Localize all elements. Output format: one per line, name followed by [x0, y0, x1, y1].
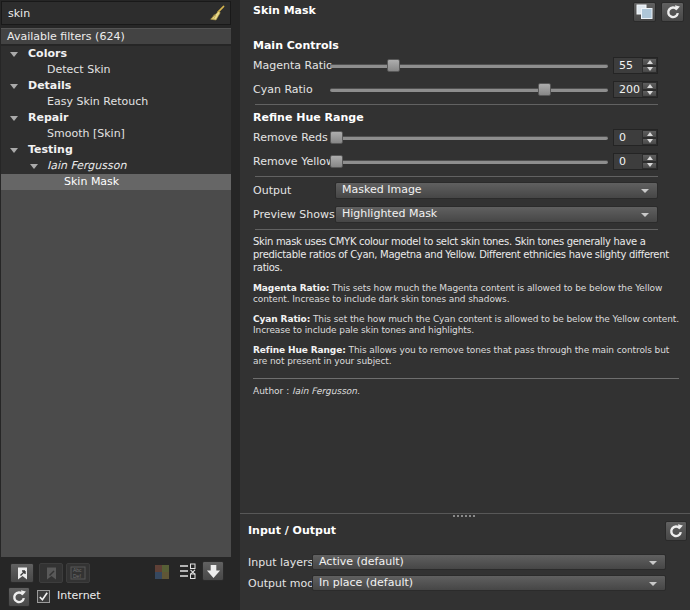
spin-down-button[interactable]: [642, 90, 657, 98]
tree-item-label: Details: [28, 78, 71, 94]
slider-track[interactable]: [330, 88, 608, 92]
spin-up-button[interactable]: [642, 82, 657, 90]
filter-settings-panel: Skin Mask Main Controls Magenta Ratio 55…: [240, 0, 690, 610]
slider-handle[interactable]: [330, 155, 343, 168]
cyan-ratio-spinbox[interactable]: 200: [613, 81, 658, 98]
expander-icon[interactable]: [30, 164, 38, 169]
slider-handle[interactable]: [387, 59, 400, 72]
bookmark-remove-icon: [44, 566, 59, 581]
description-note: Refine Hue Range: This allows you to rem…: [253, 345, 679, 367]
spinbox-value[interactable]: 0: [619, 130, 626, 145]
preview-shows-dropdown[interactable]: Highlighted Mask: [335, 206, 658, 223]
input-layers-dropdown[interactable]: Active (default): [312, 554, 666, 570]
filter-tree-rows: Colors Detect Skin Details Easy Skin Ret…: [1, 46, 231, 190]
output-mode-dropdown[interactable]: In place (default): [312, 575, 666, 591]
reset-filter-button[interactable]: [661, 2, 684, 22]
remove-reds-spinbox[interactable]: 0: [613, 129, 658, 146]
chevron-down-icon: [641, 189, 649, 193]
description-note: Magenta Ratio: This sets how much the Ma…: [253, 283, 679, 305]
tree-item-smooth-skin[interactable]: Smooth [Skin]: [1, 126, 231, 142]
gmic-filter-window: Available filters (624) Colors Detect Sk…: [0, 0, 690, 610]
slider-handle[interactable]: [330, 131, 343, 144]
splitter-grip-icon: [453, 515, 477, 517]
spin-down-icon: [647, 91, 653, 95]
slider-handle[interactable]: [538, 83, 551, 96]
spin-up-button[interactable]: [642, 154, 657, 162]
spinbox-value[interactable]: 200: [619, 82, 640, 97]
palette-icon: [154, 564, 170, 580]
cyan-ratio-label: Cyan Ratio: [253, 82, 313, 98]
description-intro: Skin mask uses CMYK colour model to selc…: [253, 235, 679, 274]
copy-icon: [636, 4, 653, 20]
broom-clear-icon[interactable]: [208, 5, 225, 22]
expander-icon[interactable]: [10, 84, 18, 89]
spinbox-value[interactable]: 55: [619, 58, 633, 73]
cyan-ratio-slider[interactable]: [330, 83, 608, 96]
internet-checkbox[interactable]: [37, 590, 50, 603]
output-dropdown[interactable]: Masked Image: [335, 182, 658, 199]
search-box: [1, 1, 231, 25]
note-term: Refine Hue Range:: [253, 345, 346, 355]
note-term: Cyan Ratio:: [253, 314, 310, 324]
filter-tree: Colors Detect Skin Details Easy Skin Ret…: [1, 46, 231, 557]
spinbox-value[interactable]: 0: [619, 154, 626, 169]
spin-down-icon: [647, 67, 653, 71]
tree-item-repair[interactable]: Repair: [1, 110, 231, 126]
bookmark-add-icon: [15, 566, 30, 581]
dropdown-value: In place (default): [319, 576, 413, 589]
tree-item-iain-fergusson[interactable]: Iain Fergusson: [1, 158, 231, 174]
spin-down-button[interactable]: [642, 138, 657, 146]
spin-down-button[interactable]: [642, 66, 657, 74]
internet-label: Internet: [57, 589, 101, 602]
copy-command-button[interactable]: [633, 2, 656, 22]
slider-track[interactable]: [330, 160, 608, 164]
spin-up-button[interactable]: [642, 58, 657, 66]
spin-down-button[interactable]: [642, 162, 657, 170]
reset-io-button[interactable]: [665, 521, 687, 541]
remove-yellows-spinbox[interactable]: 0: [613, 153, 658, 170]
output-mode-label: Output mode: [248, 576, 321, 592]
search-input[interactable]: [2, 2, 208, 24]
tree-item-detect-skin[interactable]: Detect Skin: [1, 62, 231, 78]
spin-up-icon: [647, 84, 653, 88]
refresh-filters-button[interactable]: [8, 587, 30, 607]
tree-item-label: Detect Skin: [47, 62, 111, 78]
spin-down-icon: [647, 163, 653, 167]
expander-icon[interactable]: [10, 116, 18, 121]
rename-icon: Abc Def: [70, 566, 86, 580]
remove-yellows-slider[interactable]: [330, 155, 608, 168]
magenta-ratio-slider[interactable]: [330, 59, 608, 72]
separator: [255, 176, 658, 177]
download-arrow-icon: [206, 564, 221, 579]
magenta-ratio-spinbox[interactable]: 55: [613, 57, 658, 74]
expander-icon[interactable]: [10, 52, 18, 57]
dropdown-value: Masked Image: [342, 183, 422, 196]
separator: [255, 104, 658, 105]
separator: [255, 229, 658, 230]
section-main-controls: Main Controls: [253, 39, 339, 52]
dropdown-value: Highlighted Mask: [342, 207, 437, 220]
organize-list-icon: [179, 563, 196, 579]
magenta-ratio-label: Magenta Ratio: [253, 58, 333, 74]
tree-item-testing[interactable]: Testing: [1, 142, 231, 158]
spin-up-icon: [647, 60, 653, 64]
expander-icon[interactable]: [10, 148, 18, 153]
slider-track[interactable]: [330, 64, 608, 68]
panel-splitter[interactable]: [240, 513, 690, 519]
remove-reds-slider[interactable]: [330, 131, 608, 144]
svg-text:Def: Def: [73, 573, 81, 579]
tree-item-colors[interactable]: Colors: [1, 46, 231, 62]
spin-up-button[interactable]: [642, 130, 657, 138]
tree-item-skin-mask[interactable]: Skin Mask: [1, 174, 231, 190]
tree-item-label: Skin Mask: [64, 174, 119, 190]
organize-filters-button[interactable]: [176, 561, 198, 581]
tree-item-easy-skin-retouch[interactable]: Easy Skin Retouch: [1, 94, 231, 110]
add-fave-button[interactable]: [10, 563, 34, 583]
note-text: This set the how much the Cyan content i…: [253, 314, 679, 335]
spin-up-icon: [647, 132, 653, 136]
tree-item-details[interactable]: Details: [1, 78, 231, 94]
slider-track[interactable]: [330, 136, 608, 140]
filter-description: Skin mask uses CMYK colour model to selc…: [253, 233, 679, 396]
output-label: Output: [253, 183, 291, 199]
download-filters-button[interactable]: [202, 561, 224, 581]
